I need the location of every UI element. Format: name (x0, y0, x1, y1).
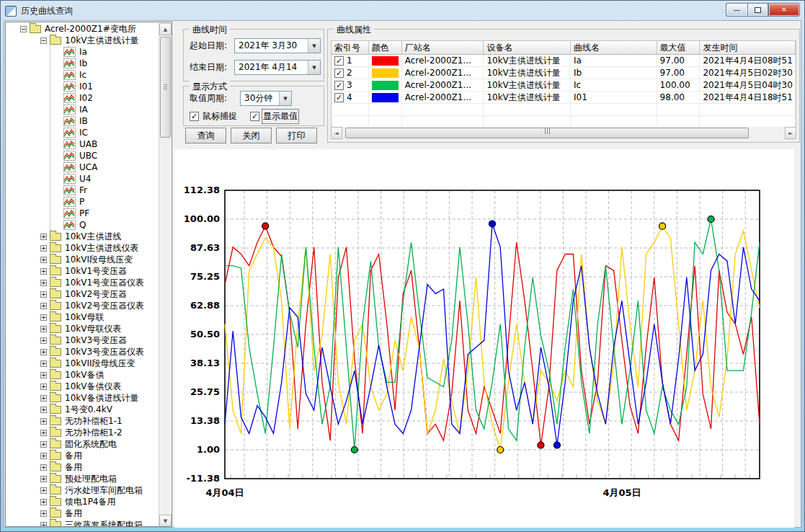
table-row[interactable]: ✓3Acrel-2000Z1...10kV主供进线计量Ic100.002021年… (332, 79, 796, 92)
tree-item[interactable]: PF (6, 208, 89, 219)
tree-item[interactable]: +无功补偿柜1-1 (6, 415, 123, 427)
column-header[interactable]: 曲线名 (571, 41, 657, 54)
query-button[interactable]: 查询 (185, 128, 226, 143)
max-marker-I01[interactable] (489, 221, 496, 227)
tree-plus-icon[interactable]: + (40, 384, 47, 390)
tree-item[interactable]: +10kV3号变压器仪表 (6, 346, 144, 358)
tree-plus-icon[interactable]: + (40, 257, 47, 263)
tree-plus-icon[interactable]: + (40, 510, 47, 517)
max-marker-Ia[interactable] (262, 223, 269, 229)
tree-plus-icon[interactable]: + (40, 453, 47, 459)
close-button[interactable]: ✕ (768, 3, 800, 17)
tree-item[interactable]: −10kV主供进线计量 (6, 35, 138, 46)
curve-checkbox[interactable]: ✓ (334, 81, 344, 90)
tree-item[interactable]: +固化系统配电 (6, 438, 117, 450)
tree-plus-icon[interactable]: + (40, 418, 47, 425)
tree-plus-icon[interactable]: + (40, 314, 47, 321)
column-header[interactable]: 厂站名 (402, 41, 484, 54)
tree-item[interactable]: Ib (6, 58, 87, 69)
tree-item[interactable]: +备用 (6, 507, 82, 519)
tree-item[interactable]: P (6, 196, 84, 208)
tree-plus-icon[interactable]: + (40, 476, 47, 482)
tree-plus-icon[interactable]: + (40, 499, 47, 505)
column-header[interactable]: 颜色 (369, 41, 402, 54)
scroll-left-icon[interactable]: ◄ (331, 127, 342, 139)
tree-plus-icon[interactable]: + (40, 360, 47, 367)
print-button[interactable]: 打印 (276, 128, 317, 143)
scroll-down-icon[interactable]: ▼ (159, 515, 172, 527)
tree-plus-icon[interactable]: + (40, 303, 47, 309)
tree-plus-icon[interactable]: + (40, 234, 47, 240)
show-extremes-checkbox[interactable]: ✓ (250, 112, 259, 121)
tree-plus-icon[interactable]: + (40, 522, 47, 528)
tree-item[interactable]: I01 (6, 81, 93, 92)
tree-scroll-thumb[interactable] (160, 37, 171, 138)
table-scroll-thumb[interactable] (345, 128, 749, 138)
tree-plus-icon[interactable]: + (40, 372, 47, 378)
tree-item[interactable]: +10kV备供仪表 (6, 381, 121, 392)
tree-vertical-scrollbar[interactable]: ▲ ▼ (159, 23, 171, 527)
mouse-capture-checkbox[interactable]: ✓ (190, 112, 199, 121)
min-marker-Ic[interactable] (351, 446, 357, 453)
scroll-up-icon[interactable]: ▲ (159, 23, 172, 35)
tree-item[interactable]: Q (6, 219, 86, 231)
tree-item[interactable]: +污水处理车间配电箱 (6, 484, 143, 496)
min-marker-Ia[interactable] (538, 442, 544, 448)
tree-item[interactable]: Ia (6, 46, 87, 58)
max-marker-Ic[interactable] (708, 216, 714, 223)
end-date-combo[interactable]: 2021年 4月14 ▼ (234, 60, 321, 75)
tree-plus-icon[interactable]: + (40, 464, 47, 471)
table-row[interactable]: ✓1Acrel-2000Z1...10kV主供进线计量Ia97.002021年4… (332, 55, 796, 67)
tree-plus-icon[interactable]: + (40, 291, 47, 298)
column-header[interactable]: 索引号 (332, 41, 369, 54)
tree-item[interactable]: +10kV主供进线仪表 (6, 242, 138, 254)
tree-item[interactable]: +预处理配电箱 (6, 473, 117, 484)
tree-item[interactable]: +无功补偿柜1-2 (6, 427, 123, 438)
tree-item[interactable]: I02 (6, 92, 93, 104)
column-header[interactable]: 发生时间 (700, 41, 796, 54)
close-dialog-button[interactable]: 关闭 (231, 128, 272, 143)
tree-item[interactable]: +备用 (6, 450, 82, 461)
tree-item[interactable]: +10kV备供 (6, 369, 104, 381)
tree-item[interactable]: +10kV2号变压器 (6, 288, 127, 300)
tree-item[interactable]: IA (6, 104, 88, 115)
tree-item[interactable]: +10kV1号变压器 (6, 265, 127, 277)
column-header[interactable]: 最大值 (657, 41, 701, 54)
period-combo[interactable]: 30分钟 ▼ (240, 91, 292, 106)
tree-plus-icon[interactable]: + (40, 349, 47, 355)
tree-item[interactable]: IC (6, 127, 88, 138)
max-marker-Ib[interactable] (659, 223, 666, 229)
tree-item[interactable]: +1号变0.4kV (6, 404, 112, 415)
scroll-right-icon[interactable]: ► (785, 127, 796, 139)
table-row[interactable]: ✓2Acrel-2000Z1...10kV主供进线计量Ib97.002021年4… (332, 67, 796, 79)
tree-minus-icon[interactable]: − (20, 26, 27, 32)
tree-plus-icon[interactable]: + (40, 487, 47, 494)
restore-button[interactable] (747, 3, 768, 17)
minimize-button[interactable]: — (726, 3, 747, 17)
chevron-down-icon[interactable]: ▼ (308, 61, 320, 74)
tree-plus-icon[interactable]: + (40, 395, 47, 402)
tree-plus-icon[interactable]: + (40, 407, 47, 413)
tree-item[interactable]: +10kVI段母线压变 (6, 254, 133, 265)
tree-plus-icon[interactable]: + (40, 430, 47, 436)
tree-plus-icon[interactable]: + (40, 441, 47, 448)
tree-item[interactable]: UCA (6, 161, 97, 173)
tree-plus-icon[interactable]: + (40, 326, 47, 332)
tree-item[interactable]: U4 (6, 173, 91, 185)
tree-item[interactable]: +10kV主供进线 (6, 231, 121, 242)
tree-item[interactable]: Fr (6, 185, 87, 196)
table-row[interactable]: ✓4Acrel-2000Z1...10kV主供进线计量I0198.002021年… (332, 92, 796, 104)
tree-item[interactable]: +三效蒸发系统配电箱 (6, 519, 143, 527)
tree-plus-icon[interactable]: + (40, 280, 47, 286)
curve-checkbox[interactable]: ✓ (334, 68, 344, 78)
tree-item[interactable]: UBC (6, 150, 97, 161)
chevron-down-icon[interactable]: ▼ (279, 92, 291, 105)
min-marker-I01[interactable] (553, 442, 560, 448)
curve-checkbox[interactable]: ✓ (334, 93, 344, 102)
tree-plus-icon[interactable]: + (40, 268, 47, 275)
table-horizontal-scrollbar[interactable]: ◄ ► (331, 127, 796, 139)
tree-item[interactable]: +10kV1号变压器仪表 (6, 277, 144, 288)
tree-minus-icon[interactable]: − (40, 37, 47, 44)
tree-item[interactable]: −Acrel-2000Z1#变电所 (6, 23, 136, 35)
start-date-combo[interactable]: 2021年 3月30 ▼ (234, 38, 321, 53)
